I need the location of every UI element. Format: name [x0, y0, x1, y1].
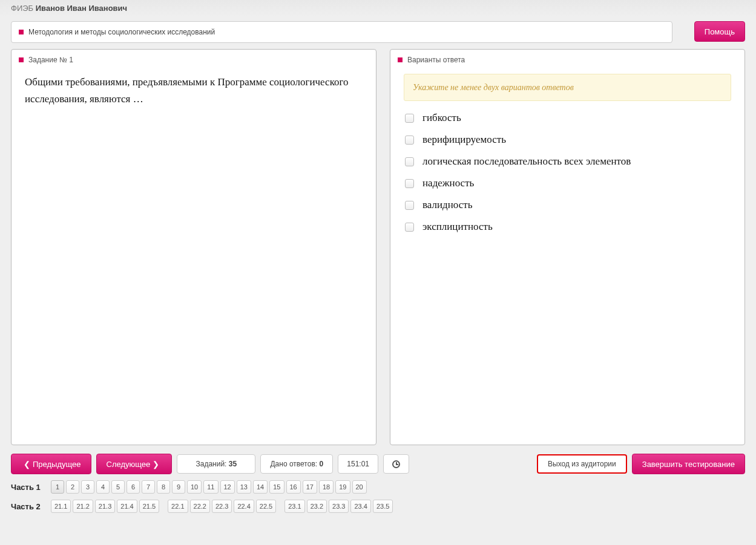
square-icon: [19, 57, 24, 62]
nav-task-button[interactable]: 5: [111, 480, 125, 494]
nav-task-button[interactable]: 10: [187, 480, 202, 494]
square-icon: [19, 30, 24, 34]
answer-option[interactable]: верифицируемость: [405, 131, 731, 148]
question-text: Общими требованиями, предъявляемыми к Пр…: [25, 74, 363, 108]
answer-option[interactable]: логическая последовательность всех элеме…: [405, 153, 731, 170]
nav-task-button[interactable]: 23.1: [284, 500, 304, 513]
nav-task-button[interactable]: 3: [81, 480, 94, 494]
header-username: Иванов Иван Иванович: [36, 4, 127, 13]
part2-nav: Часть 2 21.121.221.321.421.522.122.222.3…: [11, 500, 745, 513]
prev-button[interactable]: ❮ Предыдущее: [11, 454, 91, 474]
exit-label: Выход из аудитории: [548, 460, 616, 468]
nav-task-button[interactable]: 23.2: [307, 500, 327, 513]
answered-count: 0: [319, 460, 323, 468]
checkbox-icon[interactable]: [405, 223, 414, 232]
topic-text: Методология и методы социологических исс…: [28, 28, 215, 36]
answers-panel: Варианты ответа Укажите не менее двух ва…: [390, 49, 745, 445]
question-panel: Задание № 1 Общими требованиями, предъяв…: [11, 49, 376, 445]
tasks-count-box: Заданий: 35: [177, 454, 255, 474]
nav-task-button[interactable]: 12: [220, 480, 235, 494]
answer-label: валидность: [422, 197, 472, 214]
help-label: Помощь: [705, 27, 735, 36]
nav-task-button[interactable]: 21.4: [117, 500, 137, 513]
nav-task-button[interactable]: 17: [303, 480, 317, 494]
nav-task-button[interactable]: 14: [253, 480, 268, 494]
answers-title: Варианты ответа: [407, 56, 465, 64]
next-label: Следующее: [107, 460, 151, 469]
checkbox-icon[interactable]: [405, 201, 414, 210]
nav-task-button[interactable]: 22.4: [234, 500, 254, 513]
answer-label: верифицируемость: [422, 131, 506, 148]
nav-task-button[interactable]: 21.5: [139, 500, 159, 513]
answer-option[interactable]: надежность: [405, 175, 731, 192]
answer-label: логическая последовательность всех элеме…: [422, 153, 631, 170]
header-bar: ФИЭБ Иванов Иван Иванович: [0, 0, 756, 16]
chevron-right-icon: ❯: [153, 460, 159, 469]
nav-task-button[interactable]: 9: [172, 480, 185, 494]
nav-task-button[interactable]: 21.3: [95, 500, 115, 513]
nav-task-button[interactable]: 22.5: [256, 500, 276, 513]
clock-icon: [392, 460, 400, 468]
nav-task-button[interactable]: 11: [203, 480, 218, 494]
part1-nav: Часть 1 1234567891011121314151617181920: [11, 480, 745, 494]
checkbox-icon[interactable]: [405, 157, 414, 166]
timer-box: 151:01: [338, 454, 378, 474]
nav-task-button[interactable]: 23.4: [350, 500, 370, 513]
checkbox-icon[interactable]: [405, 179, 414, 188]
nav-task-button[interactable]: 21.1: [51, 500, 71, 513]
nav-task-button[interactable]: 16: [286, 480, 301, 494]
clock-box: [383, 454, 409, 474]
answer-label: гибкость: [422, 109, 461, 126]
tasks-label: Заданий:: [196, 460, 226, 468]
checkbox-icon[interactable]: [405, 114, 414, 123]
topic-box: Методология и методы социологических исс…: [11, 21, 672, 43]
nav-task-button[interactable]: 21.2: [73, 500, 93, 513]
square-icon: [398, 57, 403, 62]
nav-task-button[interactable]: 7: [142, 480, 155, 494]
finish-button[interactable]: Завершить тестирование: [632, 454, 745, 474]
answer-option[interactable]: валидность: [405, 197, 731, 214]
answered-count-box: Дано ответов: 0: [260, 454, 333, 474]
answer-hint: Укажите не менее двух вариантов ответов: [404, 74, 731, 101]
nav-task-button[interactable]: 15: [269, 480, 284, 494]
nav-task-button[interactable]: 22.2: [190, 500, 210, 513]
answered-label: Дано ответов:: [270, 460, 317, 468]
nav-task-button[interactable]: 13: [237, 480, 251, 494]
chevron-left-icon: ❮: [24, 460, 30, 469]
nav-task-button[interactable]: 22.3: [212, 500, 232, 513]
help-button[interactable]: Помощь: [694, 21, 745, 42]
nav-task-button[interactable]: 18: [319, 480, 334, 494]
nav-task-button[interactable]: 8: [157, 480, 170, 494]
nav-task-button[interactable]: 23.3: [329, 500, 349, 513]
nav-task-button[interactable]: 2: [66, 480, 79, 494]
tasks-count: 35: [229, 460, 237, 468]
exit-button[interactable]: Выход из аудитории: [537, 454, 627, 474]
nav-task-button[interactable]: 20: [352, 480, 367, 494]
next-button[interactable]: Следующее ❯: [96, 454, 173, 474]
answer-list: гибкость верифицируемость логическая пос…: [404, 109, 731, 235]
header-prefix: ФИЭБ: [11, 4, 33, 13]
part1-label: Часть 1: [11, 483, 45, 492]
answer-option[interactable]: гибкость: [405, 109, 731, 126]
nav-task-button[interactable]: 6: [127, 480, 140, 494]
checkbox-icon[interactable]: [405, 135, 414, 145]
part2-label: Часть 2: [11, 502, 45, 511]
timer-value: 151:01: [347, 460, 369, 468]
answer-label: надежность: [422, 175, 474, 192]
nav-task-button[interactable]: 4: [96, 480, 110, 494]
nav-group-separator: [161, 500, 166, 513]
finish-label: Завершить тестирование: [642, 460, 735, 469]
nav-task-button[interactable]: 19: [335, 480, 350, 494]
answer-option[interactable]: эксплицитность: [405, 218, 731, 235]
answer-label: эксплицитность: [422, 218, 493, 235]
nav-group-separator: [278, 500, 283, 513]
nav-task-button[interactable]: 1: [51, 480, 64, 494]
nav-task-button[interactable]: 23.5: [373, 500, 393, 513]
prev-label: Предыдущее: [33, 460, 81, 469]
question-title: Задание № 1: [28, 56, 73, 64]
nav-task-button[interactable]: 22.1: [168, 500, 188, 513]
